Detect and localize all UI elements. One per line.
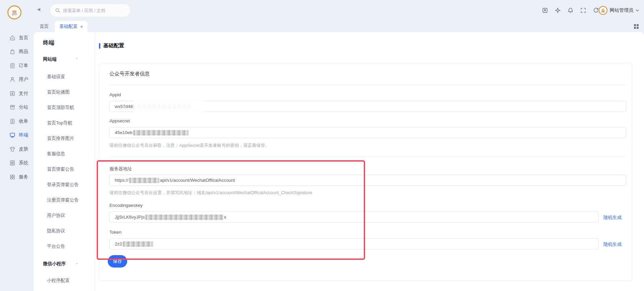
submenu-item-home-topbar-nav[interactable]: 首页Top导航	[47, 120, 72, 126]
primary-sidebar: 首页 商品 订单 用户 支付 分站	[0, 31, 34, 184]
sidebar-collapse-icon[interactable]: ◀	[37, 7, 40, 12]
pay-icon	[9, 90, 16, 97]
appsecret-label: Appsecret	[109, 118, 130, 123]
submenu-item-basic-settings[interactable]: 基础设置	[47, 74, 65, 80]
skin-icon	[9, 146, 16, 153]
submenu-item-home-carousel[interactable]: 首页轮播图	[47, 89, 70, 95]
sidebar-item-payment[interactable]: 支付	[0, 86, 34, 101]
divider	[109, 157, 626, 157]
bell-icon[interactable]	[567, 7, 574, 14]
page-title: 基础配置	[103, 42, 124, 49]
title-accent-bar	[99, 43, 100, 49]
masked-value	[145, 215, 223, 220]
system-icon	[9, 160, 16, 166]
user-menu[interactable]: 网站管理员	[599, 4, 639, 16]
save-button[interactable]: 保存	[108, 255, 127, 268]
divider	[109, 85, 626, 85]
submenu-group-website[interactable]: 网站端 ▲	[43, 56, 57, 62]
user-icon	[9, 76, 16, 83]
tab-basic-config[interactable]: 基础配置 ×	[55, 21, 88, 32]
tab-options-grid-icon[interactable]	[633, 23, 639, 30]
server-url-label: 服务器地址	[109, 166, 132, 172]
close-icon[interactable]: ×	[80, 24, 83, 29]
global-search[interactable]	[50, 4, 130, 17]
encodingaeskey-label: Encodingaeskey	[109, 203, 143, 208]
avatar	[599, 6, 607, 15]
app-logo	[7, 5, 21, 19]
main-panel: 终端 网站端 ▲ 基础设置 首页轮播图 首页顶部导航 首页Top导航 首页推荐图…	[34, 32, 644, 291]
home-icon	[9, 35, 16, 41]
sidebar-item-skins[interactable]: 皮肤	[0, 142, 34, 156]
chevron-up-icon: ▲	[76, 57, 78, 60]
appid-input[interactable]: wx57d48	[109, 101, 626, 112]
chevron-down-icon	[636, 9, 639, 12]
page-title-row: 基础配置	[99, 42, 124, 49]
submenu-item-miniprogram-config[interactable]: 小程序配置	[47, 278, 70, 284]
submenu-group-miniprogram[interactable]: 微信小程序 ▲	[43, 261, 66, 267]
submenu-item-home-top-nav[interactable]: 首页顶部导航	[47, 105, 74, 111]
submenu-item-privacy-agreement[interactable]: 隐私协议	[47, 228, 65, 234]
content-area: 基础配置 公众号开发者信息 Appid wx57d48 Appsecret 45…	[95, 32, 644, 291]
sidebar-item-products[interactable]: 商品	[0, 45, 34, 59]
token-input[interactable]: 2z2	[109, 238, 599, 249]
server-url-hint: 请前往微信公众号后台设置，并填写此地址：域名/api/v1/account/We…	[109, 190, 312, 196]
submenu-item-customer-service[interactable]: 客服信息	[47, 151, 65, 157]
submenu-item-platform-notice[interactable]: 平台公告	[47, 243, 65, 249]
order-icon	[9, 62, 16, 69]
sidebar-item-receipts[interactable]: 收单	[0, 114, 34, 128]
masked-value	[123, 241, 153, 247]
fullscreen-icon[interactable]	[580, 7, 587, 14]
terminal-icon	[9, 132, 16, 138]
sidebar-item-terminal[interactable]: 终端	[0, 128, 34, 142]
masked-value	[134, 104, 191, 109]
tab-bar: 首页 基础配置 ×	[34, 21, 644, 32]
site-icon	[9, 104, 16, 111]
submenu-item-register-popup-notice[interactable]: 注册页弹窗公告	[47, 197, 79, 203]
topbar-actions	[541, 4, 600, 16]
service-icon	[9, 174, 16, 180]
sidebar-item-users[interactable]: 用户	[0, 73, 34, 87]
sidebar-item-system[interactable]: 系统	[0, 156, 34, 170]
token-label: Token	[109, 230, 121, 235]
chevron-up-icon: ▲	[76, 262, 78, 264]
encodingaeskey-generate-link[interactable]: 随机生成	[603, 215, 622, 221]
encodingaeskey-input[interactable]: JjjSrLK6vyJPjs x	[109, 212, 599, 223]
tab-home[interactable]: 首页	[34, 21, 55, 32]
submenu-title: 终端	[43, 39, 54, 47]
developer-info-card: 公众号开发者信息 Appid wx57d48 Appsecret 45e10eb…	[99, 64, 632, 281]
submenu-item-user-agreement[interactable]: 用户协议	[47, 213, 65, 219]
submenu-item-home-recommend-images[interactable]: 首页推荐图片	[47, 135, 74, 141]
sidebar-item-substation[interactable]: 分站	[0, 101, 34, 115]
sidebar-item-home[interactable]: 首页	[0, 31, 34, 45]
appid-label: Appid	[109, 92, 121, 97]
receipt-icon	[9, 118, 16, 125]
submenu-item-login-popup-notice[interactable]: 登录页弹窗公告	[47, 182, 79, 188]
masked-value	[133, 130, 189, 135]
masked-value	[129, 178, 159, 183]
safe-icon[interactable]	[541, 7, 549, 14]
submenu-item-home-popup-notice[interactable]: 首页弹窗公告	[47, 166, 74, 172]
sidebar-item-orders[interactable]: 订单	[0, 59, 34, 73]
sidebar-item-services[interactable]: 服务	[0, 170, 34, 184]
search-input[interactable]	[63, 8, 126, 13]
section-title: 公众号开发者信息	[109, 71, 150, 77]
star-wand-icon[interactable]	[554, 7, 561, 14]
bag-icon	[9, 48, 16, 55]
appsecret-input[interactable]: 45e10eb	[109, 127, 626, 138]
terminal-submenu: 终端 网站端 ▲ 基础设置 首页轮播图 首页顶部导航 首页Top导航 首页推荐图…	[34, 32, 95, 291]
search-icon	[55, 8, 60, 13]
token-generate-link[interactable]: 随机生成	[603, 241, 622, 247]
appsecret-hint: 请前往微信公众号后台获取，注意：AppSecret是开发者账号的密钥，请妥善保管…	[109, 142, 269, 149]
user-name: 网站管理员	[610, 7, 633, 13]
server-url-input[interactable]: https:// api/v1/account/WechatOfficalAcc…	[109, 175, 626, 186]
